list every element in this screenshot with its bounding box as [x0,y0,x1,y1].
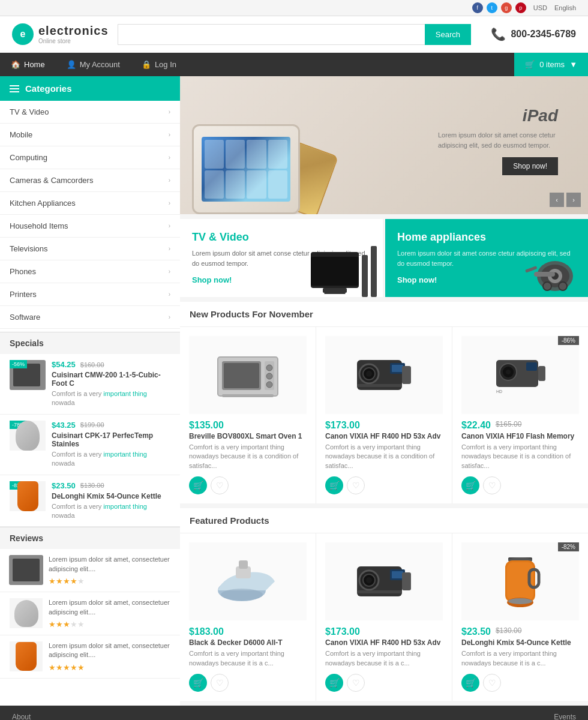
special-product-info: $43.25 $199.00 Cuisinart CPK-17 PerfecTe… [52,421,170,469]
sidebar-item-televisions[interactable]: Televisions› [0,238,180,260]
product-old-price: $165.00 [496,420,521,428]
svg-rect-33 [239,560,248,569]
banner-prev-button[interactable]: ‹ [550,193,564,207]
logo-icon: e [12,23,34,45]
account-icon: 👤 [67,60,76,69]
site-header: e electronics Online store Search 📞 800-… [0,16,588,53]
main-layout: Categories TV & Video› Mobile› Computing… [0,76,588,706]
list-item: Televisions› [0,238,180,260]
speaker-icon [362,255,368,297]
review-info: Lorem ipsum dolor sit amet, consectetuer… [49,598,170,629]
product-card: $183.00 Black & Decker D6000 All-T Comfo… [180,533,316,701]
product-new-price: $23.50 [461,626,491,637]
product-description: Comfort is a very important thing nowada… [189,443,307,470]
currency-selector[interactable]: USD [533,4,547,11]
camcorder-featured-svg-icon [351,557,417,605]
product-desc: Comfort is a very important thing nowada [52,389,170,408]
special-item: -78% $43.25 $199.00 Cuisinart CPK-17 Per… [0,415,180,475]
speaker-tall-icon [371,246,377,297]
list-item: Printers› [0,283,180,306]
star-rating: ★★★★★ [49,620,170,629]
add-to-wishlist-button[interactable]: ♡ [211,674,229,692]
product-card: $173.00 Canon VIXIA HF R400 HD 53x Adv C… [316,327,452,503]
product-name: Canon VIXIA HF10 Flash Memory [461,432,574,440]
product-new-price: $173.00 [325,626,360,637]
svg-point-19 [366,371,372,377]
nav-myaccount[interactable]: 👤 My Account [56,53,131,76]
nav-home-label: Home [24,60,45,69]
product-actions: 🛒 ♡ [189,674,229,692]
sidebar-item-household[interactable]: Household Items› [0,215,180,237]
featured-products-title: Featured Products [180,508,588,533]
add-to-cart-button[interactable]: 🛒 [461,476,479,494]
review-item: Lorem ipsum dolor sit amet, consectetuer… [0,592,180,635]
svg-rect-23 [402,366,411,384]
twitter-icon[interactable]: t [487,2,497,13]
review-info: Lorem ipsum dolor sit amet, consectetuer… [49,555,170,586]
svg-rect-5 [525,266,538,273]
sidebar-item-printers[interactable]: Printers› [0,283,180,305]
special-price: $43.25 $199.00 [52,421,170,430]
list-item: Kitchen Appliances› [0,192,180,215]
arrow-icon: › [169,109,170,115]
product-actions: 🛒 ♡ [461,674,501,692]
product-desc: Comfort is a very important thing nowada [52,502,170,521]
sidebar-item-phones[interactable]: Phones› [0,260,180,283]
search-bar: Search [118,24,471,45]
nav-login[interactable]: 🔒 Log In [131,53,187,76]
product-old-price: $130.00 [496,626,521,635]
list-item: Phones› [0,260,180,283]
sidebar-item-kitchen[interactable]: Kitchen Appliances› [0,192,180,214]
cart-icon: 🛒 [525,60,535,69]
svg-rect-10 [224,363,259,388]
cart-section[interactable]: 🛒 0 items ▼ [514,53,588,76]
add-to-wishlist-button[interactable]: ♡ [347,674,365,692]
add-to-cart-button[interactable]: 🛒 [189,674,207,692]
camcorder2-svg-icon: HD [493,354,547,396]
sidebar-item-computing[interactable]: Computing› [0,146,180,169]
pinterest-icon[interactable]: p [515,2,526,13]
search-button[interactable]: Search [425,24,471,45]
sidebar-item-tv-video[interactable]: TV & Video› [0,101,180,123]
facebook-icon[interactable]: f [472,2,483,13]
banner-next-button[interactable]: › [566,193,581,207]
nav-home[interactable]: 🏠 Home [0,53,56,76]
add-to-wishlist-button[interactable]: ♡ [483,674,501,692]
special-product-info: $54.25 $160.00 Cuisinart CMW-200 1-1-5-C… [52,360,170,408]
promo-appliances-shopnow-link[interactable]: Shop now! [397,275,437,284]
product-name: Black & Decker D6000 All-T [189,638,283,647]
add-to-wishlist-button[interactable]: ♡ [483,476,501,494]
logo[interactable]: e electronics Online store [12,23,109,45]
product-name: Breville BOV800XL Smart Oven 1 [189,432,302,440]
sidebar-item-software[interactable]: Software› [0,306,180,328]
footer-about[interactable]: About [12,713,31,720]
product-name: DeLonghi Kmix 54-Ounce Kettle [461,638,571,647]
product-desc: Comfort is a very important thing nowada [52,450,170,469]
googleplus-icon[interactable]: g [501,2,512,13]
add-to-wishlist-button[interactable]: ♡ [211,476,229,494]
footer-events[interactable]: Events [554,713,576,720]
add-to-cart-button[interactable]: 🛒 [189,476,207,494]
old-price: $199.00 [80,421,104,428]
promo-tv-shopnow-link[interactable]: Shop now! [192,275,232,284]
banner-shop-now-button[interactable]: Shop now! [502,157,558,175]
kettle-svg-icon [496,548,544,614]
star-rating: ★★★★★ [49,577,170,586]
featured-products-grid: $183.00 Black & Decker D6000 All-T Comfo… [180,533,588,701]
logo-tagline: Online store [38,38,109,44]
product-description: Comfort is a very important thing nowada… [325,649,443,668]
add-to-cart-button[interactable]: 🛒 [325,674,343,692]
sidebar-item-mobile[interactable]: Mobile› [0,124,180,146]
new-price: $43.25 [52,421,76,430]
search-input[interactable] [118,24,425,45]
specials-header: Specials [0,332,180,354]
home-icon: 🏠 [11,60,20,69]
arrow-icon: › [169,223,170,229]
add-to-wishlist-button[interactable]: ♡ [347,476,365,494]
add-to-cart-button[interactable]: 🛒 [325,476,343,494]
language-selector[interactable]: English [554,4,576,11]
sidebar-item-cameras[interactable]: Cameras & Camcorders› [0,169,180,191]
add-to-cart-button[interactable]: 🛒 [461,674,479,692]
special-product-image: -56% [10,360,46,390]
arrow-icon: › [169,291,170,298]
